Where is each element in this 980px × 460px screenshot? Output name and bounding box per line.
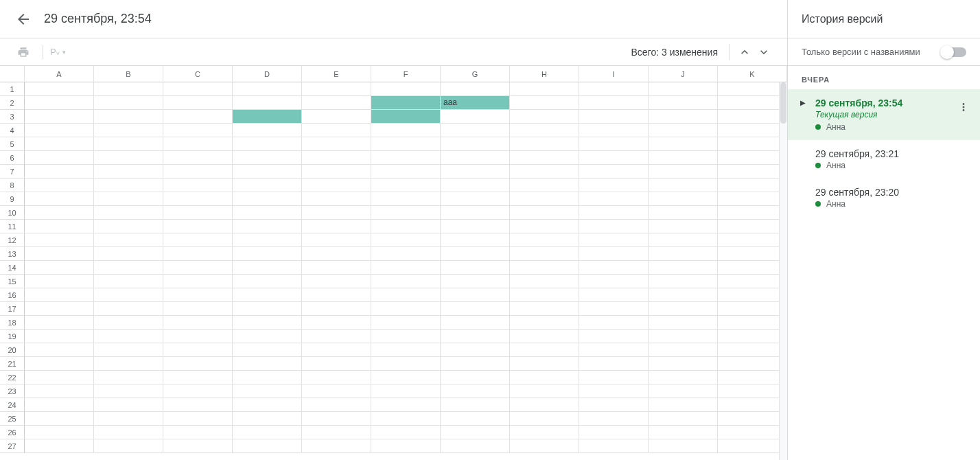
cell[interactable] <box>441 179 510 192</box>
cell[interactable] <box>163 151 233 165</box>
row-header[interactable]: 15 <box>0 275 25 288</box>
cell[interactable] <box>510 96 579 110</box>
cell[interactable] <box>510 384 579 398</box>
cell[interactable] <box>302 220 371 233</box>
cell[interactable] <box>94 288 163 302</box>
cell[interactable] <box>441 398 510 412</box>
cell[interactable] <box>25 124 94 137</box>
cell[interactable] <box>94 384 163 398</box>
cell[interactable] <box>579 165 649 179</box>
cell[interactable] <box>94 412 163 426</box>
cell[interactable] <box>649 233 718 247</box>
cell[interactable] <box>94 275 163 288</box>
row-header[interactable]: 26 <box>0 426 25 439</box>
cell[interactable] <box>25 247 94 261</box>
cell[interactable] <box>510 357 579 371</box>
cell[interactable] <box>510 343 579 357</box>
cell[interactable] <box>163 398 233 412</box>
cell[interactable] <box>94 302 163 316</box>
cell[interactable] <box>718 357 787 371</box>
cell[interactable] <box>579 343 649 357</box>
cell[interactable] <box>579 261 649 275</box>
cell[interactable] <box>302 343 371 357</box>
cell[interactable] <box>718 233 787 247</box>
cell[interactable] <box>718 412 787 426</box>
cell[interactable] <box>302 330 371 343</box>
cell[interactable] <box>371 439 441 453</box>
cell[interactable] <box>510 110 579 124</box>
cell[interactable] <box>302 371 371 384</box>
column-header[interactable]: K <box>718 66 787 82</box>
cell[interactable] <box>579 82 649 96</box>
cell[interactable] <box>25 206 94 220</box>
column-header[interactable]: D <box>233 66 302 82</box>
cell[interactable] <box>371 124 441 137</box>
cell[interactable] <box>441 192 510 206</box>
row-header[interactable]: 1 <box>0 82 25 96</box>
cell[interactable] <box>649 316 718 330</box>
cell[interactable] <box>718 426 787 439</box>
cell[interactable] <box>579 316 649 330</box>
cell[interactable] <box>649 330 718 343</box>
cell[interactable] <box>163 192 233 206</box>
cell[interactable] <box>94 192 163 206</box>
cell[interactable] <box>718 261 787 275</box>
cell[interactable] <box>233 439 302 453</box>
cell[interactable] <box>94 426 163 439</box>
cell[interactable] <box>579 302 649 316</box>
cell[interactable] <box>371 192 441 206</box>
column-header[interactable]: J <box>649 66 718 82</box>
cell[interactable] <box>25 165 94 179</box>
cell[interactable] <box>649 426 718 439</box>
cell[interactable] <box>441 275 510 288</box>
row-header[interactable]: 6 <box>0 151 25 165</box>
cell[interactable] <box>510 302 579 316</box>
cell[interactable] <box>94 316 163 330</box>
cell[interactable] <box>25 343 94 357</box>
cell[interactable] <box>163 343 233 357</box>
cell[interactable] <box>649 439 718 453</box>
cell[interactable] <box>510 371 579 384</box>
cell[interactable] <box>718 275 787 288</box>
cell[interactable] <box>94 330 163 343</box>
cell[interactable] <box>371 247 441 261</box>
row-header[interactable]: 25 <box>0 412 25 426</box>
cell[interactable] <box>94 398 163 412</box>
cell[interactable] <box>510 247 579 261</box>
cell[interactable] <box>510 316 579 330</box>
cell[interactable] <box>163 165 233 179</box>
cell[interactable] <box>94 96 163 110</box>
cell[interactable] <box>163 110 233 124</box>
cell[interactable] <box>25 426 94 439</box>
cell[interactable] <box>233 82 302 96</box>
cell[interactable] <box>441 261 510 275</box>
cell[interactable] <box>233 179 302 192</box>
cell[interactable] <box>441 233 510 247</box>
version-item[interactable]: ▶29 сентября, 23:54Текущая версияАнна <box>788 89 980 140</box>
cell[interactable] <box>649 110 718 124</box>
cell[interactable] <box>718 192 787 206</box>
cell[interactable] <box>302 439 371 453</box>
cell[interactable] <box>371 179 441 192</box>
cell[interactable] <box>233 384 302 398</box>
cell[interactable] <box>371 398 441 412</box>
cell[interactable] <box>233 412 302 426</box>
cell[interactable] <box>25 288 94 302</box>
cell[interactable] <box>94 124 163 137</box>
cell[interactable] <box>649 206 718 220</box>
cell[interactable] <box>718 398 787 412</box>
cell[interactable] <box>163 247 233 261</box>
row-header[interactable]: 3 <box>0 110 25 124</box>
cell[interactable] <box>233 96 302 110</box>
cell[interactable] <box>302 398 371 412</box>
cell[interactable] <box>25 179 94 192</box>
cell[interactable] <box>649 261 718 275</box>
cell[interactable] <box>649 82 718 96</box>
cell[interactable] <box>718 384 787 398</box>
cell[interactable] <box>233 398 302 412</box>
cell[interactable] <box>510 192 579 206</box>
cell[interactable] <box>302 233 371 247</box>
cell[interactable] <box>163 96 233 110</box>
cell[interactable] <box>94 165 163 179</box>
cell[interactable] <box>233 330 302 343</box>
